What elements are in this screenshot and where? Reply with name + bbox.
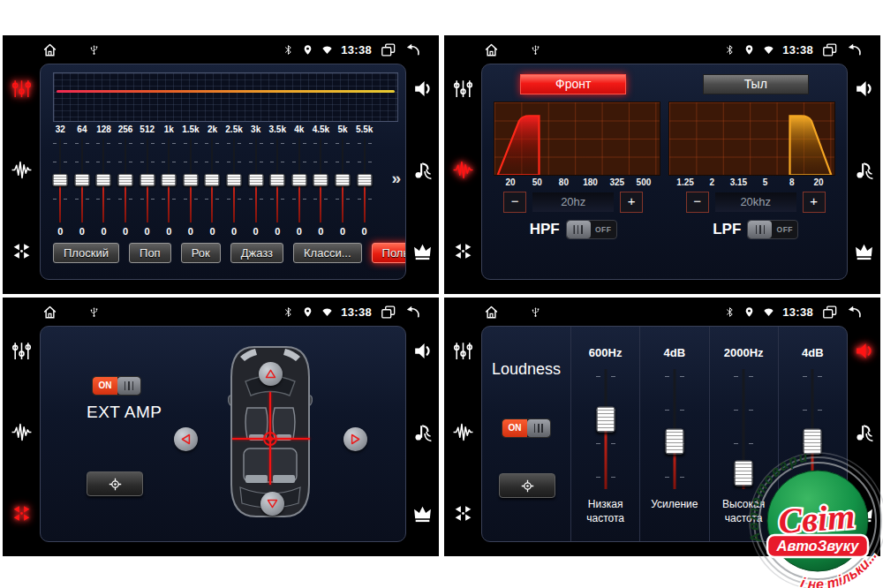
eq-band-slider[interactable] bbox=[93, 136, 115, 224]
effects-tab-icon[interactable] bbox=[452, 159, 474, 181]
equalizer-tab-icon[interactable] bbox=[452, 78, 474, 100]
home-icon[interactable] bbox=[483, 304, 500, 320]
back-icon[interactable] bbox=[404, 304, 421, 320]
equalizer-tab-icon[interactable] bbox=[11, 78, 33, 100]
volume-tab-icon[interactable] bbox=[853, 340, 875, 362]
eq-band-slider[interactable] bbox=[289, 136, 311, 224]
eq-band-slider[interactable] bbox=[72, 136, 94, 224]
eq-band-slider[interactable] bbox=[136, 136, 158, 224]
crown-tab-icon[interactable] bbox=[411, 240, 434, 262]
eq-slider-handle[interactable] bbox=[227, 174, 242, 186]
eq-frequency-label: 32 bbox=[49, 124, 72, 134]
balance-left-button[interactable] bbox=[174, 427, 198, 451]
eq-preset-button[interactable]: Польз. bbox=[372, 243, 406, 263]
eq-band-slider[interactable] bbox=[49, 136, 72, 224]
hpf-curve bbox=[494, 102, 660, 175]
effects-tab-icon[interactable] bbox=[11, 421, 33, 443]
melody-tab-icon[interactable] bbox=[411, 421, 434, 443]
effects-tab-icon[interactable] bbox=[11, 159, 33, 181]
crossover-tab[interactable]: Тыл bbox=[703, 74, 809, 94]
eq-band-slider[interactable] bbox=[267, 136, 289, 224]
balance-right-button[interactable] bbox=[343, 427, 367, 451]
lpf-minus-button[interactable]: − bbox=[686, 192, 709, 213]
clock: 13:38 bbox=[341, 43, 372, 57]
reset-button[interactable] bbox=[499, 473, 555, 498]
eq-preset-button[interactable]: Рок bbox=[181, 243, 221, 263]
eq-slider-handle[interactable] bbox=[248, 174, 263, 186]
eq-band-slider[interactable] bbox=[332, 136, 354, 224]
eq-frequency-label: 512 bbox=[136, 124, 158, 134]
equalizer-tab-icon[interactable] bbox=[452, 340, 474, 362]
melody-tab-icon[interactable] bbox=[853, 159, 875, 181]
hpf-axis-label: 180 bbox=[577, 177, 604, 187]
eq-band-slider[interactable] bbox=[158, 136, 180, 224]
eq-slider-handle[interactable] bbox=[270, 174, 285, 186]
eq-band-slider[interactable] bbox=[223, 136, 245, 224]
volume-tab-icon[interactable] bbox=[411, 340, 434, 362]
eq-preset-button[interactable]: Класси... bbox=[293, 243, 362, 263]
eq-preset-button[interactable]: Плоский bbox=[53, 243, 119, 263]
eq-band-slider[interactable] bbox=[310, 136, 332, 224]
fader-front-button[interactable] bbox=[259, 362, 283, 386]
volume-tab-icon[interactable] bbox=[853, 78, 875, 100]
eq-slider-handle[interactable] bbox=[183, 174, 198, 186]
equalizer-tab-icon[interactable] bbox=[11, 340, 33, 362]
eq-slider-handle[interactable] bbox=[118, 174, 133, 186]
eq-slider-handle[interactable] bbox=[53, 174, 68, 186]
fader-rear-button[interactable] bbox=[260, 492, 284, 516]
recent-apps-icon[interactable] bbox=[821, 304, 838, 320]
eq-slider-handle[interactable] bbox=[313, 174, 328, 186]
eq-band-slider[interactable] bbox=[353, 136, 375, 224]
loudness-slider-handle[interactable] bbox=[596, 406, 615, 432]
loudness-slider[interactable] bbox=[594, 367, 617, 491]
eq-band-slider[interactable] bbox=[180, 136, 202, 224]
panel-crossover: 13:38 ФронтТыл bbox=[444, 35, 880, 294]
back-icon[interactable] bbox=[846, 41, 863, 58]
effects-tab-icon[interactable] bbox=[452, 421, 474, 443]
melody-tab-icon[interactable] bbox=[411, 159, 434, 181]
wifi-icon bbox=[763, 44, 774, 56]
crown-tab-icon[interactable] bbox=[411, 502, 434, 524]
more-bands-chevron-icon[interactable]: » bbox=[391, 169, 401, 188]
eq-band-slider[interactable] bbox=[245, 136, 267, 224]
recent-apps-icon[interactable] bbox=[821, 41, 838, 58]
loudness-toggle[interactable]: ON bbox=[502, 418, 551, 438]
eq-slider-handle[interactable] bbox=[96, 174, 111, 186]
volume-tab-icon[interactable] bbox=[411, 78, 434, 100]
crossover-tab[interactable]: Фронт bbox=[520, 74, 626, 94]
lpf-toggle[interactable]: OFF bbox=[747, 220, 798, 239]
balance-tab-icon[interactable] bbox=[11, 240, 33, 262]
eq-slider-handle[interactable] bbox=[291, 174, 306, 186]
eq-band-slider[interactable] bbox=[201, 136, 223, 224]
balance-tab-icon[interactable] bbox=[11, 502, 33, 524]
target-icon bbox=[108, 477, 123, 492]
hpf-minus-button[interactable]: − bbox=[503, 192, 526, 213]
balance-tab-icon[interactable] bbox=[452, 240, 474, 262]
usb-icon bbox=[530, 44, 541, 56]
eq-slider-handle[interactable] bbox=[205, 174, 220, 186]
loudness-slider-handle[interactable] bbox=[665, 429, 683, 455]
home-icon[interactable] bbox=[42, 41, 58, 58]
eq-preset-button[interactable]: Джазз bbox=[230, 243, 283, 263]
eq-slider-handle[interactable] bbox=[336, 174, 351, 186]
center-position-button[interactable] bbox=[87, 471, 143, 496]
back-icon[interactable] bbox=[846, 304, 863, 320]
eq-preset-button[interactable]: Поп bbox=[129, 243, 171, 263]
hpf-plus-button[interactable]: + bbox=[620, 192, 643, 213]
eq-slider-handle[interactable] bbox=[74, 174, 89, 186]
loudness-slider[interactable] bbox=[663, 367, 686, 491]
eq-band-slider[interactable] bbox=[115, 136, 137, 224]
eq-slider-handle[interactable] bbox=[357, 174, 372, 186]
home-icon[interactable] bbox=[483, 41, 500, 58]
eq-slider-handle[interactable] bbox=[140, 174, 155, 186]
eq-slider-handle[interactable] bbox=[162, 174, 177, 186]
balance-tab-icon[interactable] bbox=[452, 502, 474, 524]
home-icon[interactable] bbox=[42, 304, 58, 320]
ext-amp-toggle[interactable]: ON bbox=[92, 376, 141, 396]
hpf-toggle[interactable]: OFF bbox=[566, 220, 617, 239]
lpf-plus-button[interactable]: + bbox=[803, 192, 826, 213]
crown-tab-icon[interactable] bbox=[853, 240, 875, 262]
recent-apps-icon[interactable] bbox=[380, 304, 396, 320]
back-icon[interactable] bbox=[404, 41, 421, 58]
recent-apps-icon[interactable] bbox=[380, 41, 396, 58]
